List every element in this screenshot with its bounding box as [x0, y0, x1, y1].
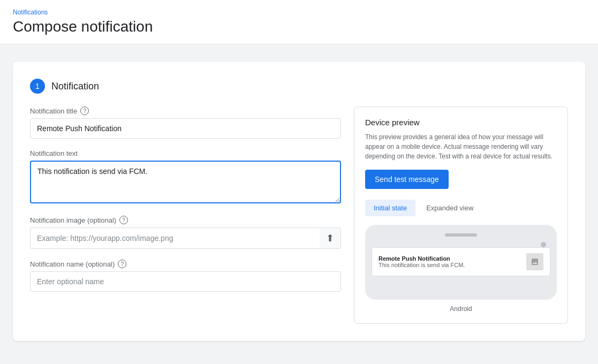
device-preview-panel: Device preview This preview provides a g…	[354, 107, 568, 324]
section-title: Notification	[51, 81, 99, 92]
notification-name-label: Notification name (optional) ?	[30, 260, 341, 268]
breadcrumb[interactable]: Notifications	[13, 9, 585, 16]
notif-body-preview: This notification is send via FCM.	[379, 262, 522, 268]
phone-top-bar	[445, 233, 477, 237]
notification-image-label: Notification image (optional) ?	[30, 216, 341, 224]
notification-text-group: Notification text This notification is s…	[30, 149, 341, 205]
notification-preview-card: Remote Push Notification This notificati…	[372, 247, 550, 276]
notification-title-help-icon[interactable]: ?	[80, 107, 89, 115]
main-content: 1 Notification Notification title ? Noti…	[0, 44, 598, 358]
notification-card: 1 Notification Notification title ? Noti…	[13, 62, 585, 341]
top-header: Notifications Compose notification	[0, 0, 598, 44]
notification-image-help-icon[interactable]: ?	[119, 216, 128, 224]
tab-initial-state[interactable]: Initial state	[365, 200, 415, 216]
notification-text-input[interactable]: This notification is send via FCM.	[30, 161, 341, 203]
page-title: Compose notification	[13, 18, 585, 44]
send-test-message-button[interactable]: Send test message	[365, 170, 449, 189]
device-preview-container: Device preview This preview provides a g…	[354, 107, 568, 324]
upload-image-button[interactable]: ⬆	[320, 228, 341, 249]
notif-image-placeholder	[526, 253, 543, 270]
phone-camera	[541, 242, 546, 247]
notification-text-label: Notification text	[30, 149, 341, 157]
notification-image-group: Notification image (optional) ? ⬆	[30, 216, 341, 249]
view-tabs: Initial state Expanded view	[365, 200, 557, 216]
android-label: Android	[365, 305, 557, 313]
notification-title-label: Notification title ?	[30, 107, 341, 115]
image-input-wrapper: ⬆	[30, 228, 341, 249]
phone-mockup: Remote Push Notification This notificati…	[365, 225, 557, 300]
section-header: 1 Notification	[30, 79, 568, 94]
tab-expanded-view[interactable]: Expanded view	[418, 200, 482, 216]
notification-name-help-icon[interactable]: ?	[118, 260, 126, 268]
upload-icon: ⬆	[326, 232, 334, 244]
device-preview-desc: This preview provides a general idea of …	[365, 132, 557, 161]
notification-image-input[interactable]	[30, 228, 320, 249]
form-left: Notification title ? Notification text T…	[30, 107, 341, 324]
notification-title-input[interactable]	[30, 118, 341, 139]
notification-name-group: Notification name (optional) ?	[30, 260, 341, 292]
notif-text-group: Remote Push Notification This notificati…	[379, 255, 522, 268]
notification-name-input[interactable]	[30, 271, 341, 292]
phone-top-row	[372, 233, 550, 243]
step-badge: 1	[30, 79, 45, 94]
form-layout: Notification title ? Notification text T…	[30, 107, 568, 324]
notif-title-preview: Remote Push Notification	[379, 255, 522, 262]
device-preview-title: Device preview	[365, 118, 557, 127]
notification-title-group: Notification title ?	[30, 107, 341, 139]
